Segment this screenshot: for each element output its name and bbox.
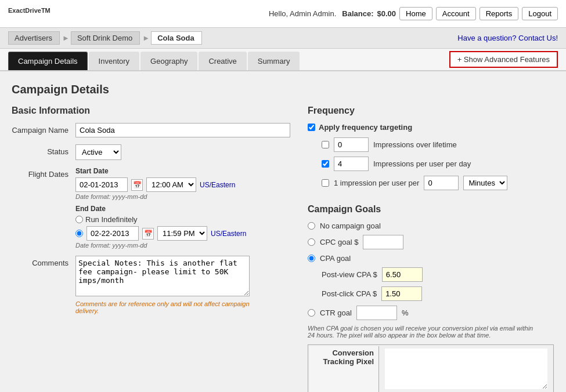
tabs-bar: Campaign Details Inventory Geography Cre… bbox=[0, 49, 566, 71]
apply-frequency-row: Apply frequency targeting bbox=[308, 123, 554, 132]
run-indefinitely-label: Run Indefinitely bbox=[85, 215, 138, 224]
breadcrumb: Advertisers ► Soft Drink Demo ► Cola Sod… bbox=[0, 28, 566, 49]
end-date-format-hint: Date format: yyyy-mm-dd bbox=[75, 242, 290, 249]
start-date-format-hint: Date format: yyyy-mm-dd bbox=[75, 193, 290, 200]
apply-frequency-label: Apply frequency targeting bbox=[319, 123, 412, 132]
breadcrumb-items: Advertisers ► Soft Drink Demo ► Cola Sod… bbox=[8, 31, 203, 45]
conv-tracking-textarea[interactable] bbox=[385, 349, 547, 389]
status-select[interactable]: Active Paused Inactive bbox=[75, 144, 121, 160]
cpa-hint-text: When CPA goal is chosen you will receive… bbox=[308, 325, 540, 339]
start-time-select[interactable]: 12:00 AM 12:30 AM bbox=[146, 177, 196, 192]
greeting-text: Hello, Admin Admin. bbox=[269, 9, 336, 18]
left-column: Basic Information Campaign Name Status A… bbox=[12, 106, 290, 392]
ctr-goal-row: CTR goal % bbox=[308, 306, 554, 320]
apply-frequency-checkbox[interactable] bbox=[308, 124, 315, 131]
cpa-goal-details: Post-view CPA $ Post-click CPA $ bbox=[322, 267, 554, 301]
campaign-name-row: Campaign Name bbox=[12, 123, 290, 137]
breadcrumb-sep-1: ► bbox=[62, 34, 70, 42]
cpa-goal-row: CPA goal bbox=[308, 254, 554, 263]
contact-link[interactable]: Have a question? Contact Us! bbox=[457, 34, 558, 42]
logo-text: ExactDrive bbox=[8, 7, 41, 14]
status-control: Active Paused Inactive bbox=[75, 144, 290, 160]
postclick-label: Post-click CPA $ bbox=[322, 289, 377, 298]
no-goal-row: No campaign goal bbox=[308, 222, 554, 230]
show-advanced-button[interactable]: + Show Advanced Features bbox=[449, 51, 558, 68]
start-date-calendar-icon[interactable]: 📅 bbox=[131, 179, 143, 191]
tab-campaign-details[interactable]: Campaign Details bbox=[8, 52, 88, 70]
freq-interval-checkbox[interactable] bbox=[322, 179, 329, 187]
freq-daily-label: Impressions per user per day bbox=[373, 159, 471, 168]
comments-hint: Comments are for reference only and will… bbox=[75, 300, 250, 314]
end-date-input[interactable] bbox=[86, 226, 139, 241]
ctr-goal-input[interactable] bbox=[356, 306, 397, 320]
breadcrumb-soft-drink[interactable]: Soft Drink Demo bbox=[71, 31, 140, 45]
flight-dates-row: Flight Dates Start Date 📅 12:00 AM 12:30… bbox=[12, 167, 290, 249]
start-date-row: 📅 12:00 AM 12:30 AM US/Eastern bbox=[75, 177, 290, 192]
postview-label: Post-view CPA $ bbox=[322, 270, 377, 279]
tab-creative[interactable]: Creative bbox=[199, 52, 246, 70]
tab-geography[interactable]: Geography bbox=[140, 52, 197, 70]
cpc-goal-input[interactable] bbox=[363, 235, 403, 249]
freq-lifetime-label: Impressions over lifetime bbox=[373, 140, 457, 149]
conv-tracking-pixel-cell bbox=[380, 346, 552, 392]
freq-lifetime-checkbox[interactable] bbox=[322, 141, 329, 148]
breadcrumb-advertisers[interactable]: Advertisers bbox=[8, 31, 60, 45]
end-date-radio[interactable] bbox=[75, 230, 83, 237]
end-tz-link[interactable]: US/Eastern bbox=[211, 230, 246, 238]
freq-interval-row: 1 impression per user per Minutes Hours … bbox=[322, 176, 554, 190]
tab-summary[interactable]: Summary bbox=[248, 52, 300, 70]
end-time-select[interactable]: 11:59 PM 11:30 PM bbox=[157, 226, 207, 241]
logo-tm: TM bbox=[41, 7, 51, 14]
run-indefinitely-radio[interactable] bbox=[75, 216, 83, 223]
home-button[interactable]: Home bbox=[399, 7, 432, 20]
campaign-goals-title: Campaign Goals bbox=[308, 204, 554, 215]
start-date-label: Start Date bbox=[75, 167, 290, 175]
comments-row: Comments Special Notes: This is another … bbox=[12, 256, 290, 314]
start-date-input[interactable] bbox=[75, 177, 128, 192]
conv-tracking-row: Conversion Tracking Pixel bbox=[309, 346, 552, 392]
logout-button[interactable]: Logout bbox=[522, 7, 558, 20]
flight-dates-control: Start Date 📅 12:00 AM 12:30 AM US/Easter… bbox=[75, 167, 290, 249]
tab-inventory[interactable]: Inventory bbox=[89, 52, 139, 70]
basic-info-title: Basic Information bbox=[12, 106, 290, 116]
cpc-goal-radio[interactable] bbox=[308, 238, 315, 246]
end-date-calendar-icon[interactable]: 📅 bbox=[142, 228, 154, 239]
header: ExactDriveTM Hello, Admin Admin. Balance… bbox=[0, 0, 566, 28]
no-goal-label: No campaign goal bbox=[320, 222, 381, 230]
freq-interval-prefix: 1 impression per user per bbox=[334, 179, 419, 187]
campaign-name-control bbox=[75, 123, 290, 137]
balance-value: $0.00 bbox=[377, 9, 396, 18]
freq-daily-row: Impressions per user per day bbox=[322, 157, 554, 171]
postview-input[interactable] bbox=[382, 267, 423, 282]
start-tz-link[interactable]: US/Eastern bbox=[200, 181, 235, 189]
header-right: Hello, Admin Admin. Balance: $0.00 Home … bbox=[269, 7, 558, 20]
breadcrumb-cola-soda[interactable]: Cola Soda bbox=[151, 31, 202, 45]
freq-lifetime-input[interactable] bbox=[334, 137, 369, 152]
freq-daily-input[interactable] bbox=[334, 157, 369, 171]
freq-interval-input[interactable] bbox=[424, 176, 459, 190]
end-date-label: End Date bbox=[75, 205, 290, 213]
ctr-goal-radio[interactable] bbox=[308, 309, 315, 317]
conv-tracking-label: Conversion Tracking Pixel bbox=[309, 346, 379, 392]
comments-textarea[interactable]: Special Notes: This is another flat fee … bbox=[75, 256, 250, 296]
freq-daily-checkbox[interactable] bbox=[322, 160, 329, 168]
postclick-input[interactable] bbox=[381, 286, 422, 301]
ctr-goal-unit: % bbox=[402, 308, 409, 317]
cpa-goal-radio[interactable] bbox=[308, 255, 315, 262]
frequency-title: Frequency bbox=[308, 106, 554, 116]
end-date-row: 📅 11:59 PM 11:30 PM US/Eastern bbox=[75, 226, 290, 241]
flight-dates-label: Flight Dates bbox=[12, 167, 75, 179]
cpa-goal-label: CPA goal bbox=[320, 254, 351, 263]
right-column: Frequency Apply frequency targeting Impr… bbox=[308, 106, 554, 392]
comments-label: Comments bbox=[12, 256, 75, 267]
freq-interval-unit-select[interactable]: Minutes Hours Days bbox=[463, 176, 507, 190]
cpc-goal-row: CPC goal $ bbox=[308, 235, 554, 249]
no-goal-radio[interactable] bbox=[308, 222, 315, 230]
page-title: Campaign Details bbox=[12, 83, 554, 96]
freq-lifetime-row: Impressions over lifetime bbox=[322, 137, 554, 152]
campaign-name-input[interactable] bbox=[75, 123, 290, 137]
reports-button[interactable]: Reports bbox=[480, 7, 519, 20]
account-button[interactable]: Account bbox=[436, 7, 476, 20]
comments-control: Special Notes: This is another flat fee … bbox=[75, 256, 290, 314]
tabs-list: Campaign Details Inventory Geography Cre… bbox=[8, 49, 300, 70]
